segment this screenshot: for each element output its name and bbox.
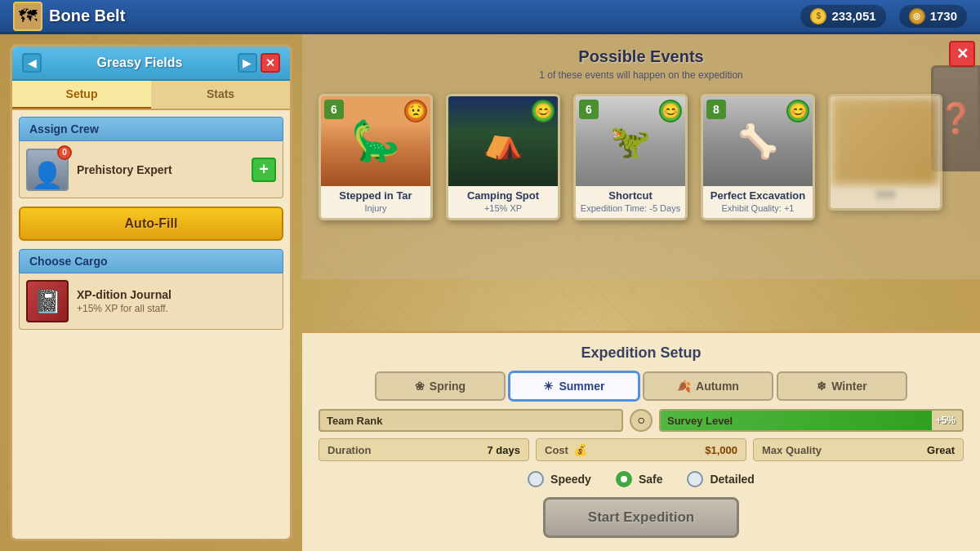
left-panel: ◀ Greasy Fields ▶ ✕ Setup Stats Assign C… [0,34,302,551]
crew-avatar: 👤 0 [26,149,69,191]
season-winter-button[interactable]: ❄ Winter [777,371,907,401]
gems-badge: ◎ 1730 [899,5,967,28]
event-card-4-num: 8 [706,100,726,119]
cargo-name: XP-dition Journal [77,288,276,301]
expedition-setup: Expedition Setup ❀ Spring ☀ Summer 🍂 Aut… [302,331,980,551]
tab-setup[interactable]: Setup [12,81,151,109]
event-card-3-num: 6 [579,100,599,119]
team-rank-label: Team Rank [327,415,382,427]
cargo-area: 📓 XP-dition Journal +15% XP for all staf… [19,273,283,330]
event-card-3-smiley: 😊 [659,100,682,122]
setup-title: Expedition Setup [318,344,964,362]
prev-location-button[interactable]: ◀ [22,53,42,73]
mode-detailed[interactable]: Detailed [687,471,754,487]
choose-cargo-header: Choose Cargo [19,249,283,273]
mode-speedy-radio [528,471,544,487]
event-card-4-image: 8 😊 🦴 [703,96,813,186]
close-panel-button[interactable]: ✕ [261,53,280,73]
radio-dot [621,476,627,482]
max-quality-label: Max Quality [762,444,822,456]
resource-display: $ 233,051 ◎ 1730 [800,5,967,28]
event-card-3-title: Shortcut [576,186,685,203]
mode-safe-radio [616,471,632,487]
assign-crew-header: Assign Crew [19,117,283,141]
cost-currency-icon: 💰 [573,443,587,456]
add-crew-button[interactable]: + [252,158,276,182]
event-card-2-title: Camping Spot [448,186,558,203]
events-title: Possible Events [318,47,964,66]
tab-stats[interactable]: Stats [151,81,290,109]
gems-value: 1730 [930,9,957,23]
events-subtitle: 1 of these events will happen on the exp… [318,69,964,81]
cost-detail: Cost 💰 $1,000 [536,438,746,461]
event-card-1-title: Stepped in Tar [321,186,430,203]
winter-label: Winter [831,380,866,393]
event-card-3-desc: Expedition Time: -5 Days [576,203,685,218]
close-main-button[interactable]: ✕ [949,41,975,67]
crew-area: 👤 0 Prehistory Expert + [19,141,283,198]
cost-value: $1,000 [705,444,737,456]
panel-header: ◀ Greasy Fields ▶ ✕ [12,47,290,81]
page-title: Bone Belt [49,7,125,25]
event-card-1-num: 6 [324,100,344,119]
event-card-5-title: ??? [831,186,940,203]
duration-label: Duration [327,444,371,456]
event-card-2[interactable]: 😊 ⛺ Camping Spot +15% XP [446,94,560,220]
survey-level-label: Survey Level [667,415,733,427]
event-card-4-title: Perfect Excavation [703,186,813,203]
duration-detail: Duration 7 days [318,438,529,461]
events-area: Possible Events 1 of these events will h… [302,34,980,279]
crew-name: Prehistory Expert [77,163,172,176]
autofill-button[interactable]: Auto-Fill [19,207,283,241]
coin-icon: $ [810,8,826,24]
mode-safe[interactable]: Safe [616,471,663,487]
survey-level-bar: Survey Level +5% [659,409,964,432]
crew-level-badge: 0 [57,145,72,160]
event-card-5: ??? [828,94,942,211]
mode-speedy[interactable]: Speedy [528,471,591,487]
mode-detailed-label: Detailed [710,473,754,486]
events-cards-container: 6 😟 🦕 Stepped in Tar Injury 😊 ⛺ Camping … [318,94,964,220]
event-card-5-desc [831,203,940,208]
season-buttons: ❀ Spring ☀ Summer 🍂 Autumn ❄ Winter [318,371,964,401]
location-name: Greasy Fields [97,56,183,70]
top-bar: 🗺 Bone Belt $ 233,051 ◎ 1730 [0,0,980,34]
max-quality-detail: Max Quality Great [753,438,964,461]
duration-value: 7 days [488,444,520,456]
event-card-4-desc: Exhibit Quality: +1 [703,203,813,218]
autumn-icon: 🍂 [677,380,691,393]
details-row: Duration 7 days Cost 💰 $1,000 Max Qualit… [318,438,964,461]
main-content: Possible Events 1 of these events will h… [302,34,980,551]
panel-tabs: Setup Stats [12,81,290,110]
event-card-2-smiley: 😊 [532,100,555,122]
panel-inner: ◀ Greasy Fields ▶ ✕ Setup Stats Assign C… [10,44,292,541]
survey-level-bonus: +5% [936,415,956,426]
event-card-1-smiley: 😟 [404,100,427,122]
cost-label: Cost [545,444,568,456]
event-card-1[interactable]: 6 😟 🦕 Stepped in Tar Injury [318,94,433,220]
event-card-4[interactable]: 8 😊 🦴 Perfect Excavation Exhibit Quality… [701,94,815,220]
cargo-info: XP-dition Journal +15% XP for all staff. [77,288,276,314]
coins-value: 233,051 [831,9,875,23]
max-quality-value: Great [927,444,955,456]
event-card-2-desc: +15% XP [448,203,558,218]
season-summer-button[interactable]: ☀ Summer [509,371,639,401]
season-autumn-button[interactable]: 🍂 Autumn [643,371,773,401]
event-card-4-smiley: 😊 [786,100,809,122]
start-expedition-button[interactable]: Start Expedition [543,497,739,538]
event-card-3-image: 6 😊 🦖 [576,96,685,186]
summer-label: Summer [559,380,604,393]
summer-icon: ☀ [543,380,554,393]
event-card-1-desc: Injury [321,203,430,218]
gem-icon: ◎ [909,8,925,24]
season-spring-button[interactable]: ❀ Spring [375,371,506,401]
spring-icon: ❀ [415,380,425,393]
event-card-3[interactable]: 6 😊 🦖 Shortcut Expedition Time: -5 Days [573,94,688,220]
spring-label: Spring [430,380,466,393]
mode-row: Speedy Safe Detailed [318,471,964,487]
team-rank-circle: ○ [630,409,653,432]
scene-blurred [831,96,940,186]
winter-icon: ❄ [817,380,826,393]
next-location-button[interactable]: ▶ [238,53,257,73]
coins-badge: $ 233,051 [800,5,885,28]
